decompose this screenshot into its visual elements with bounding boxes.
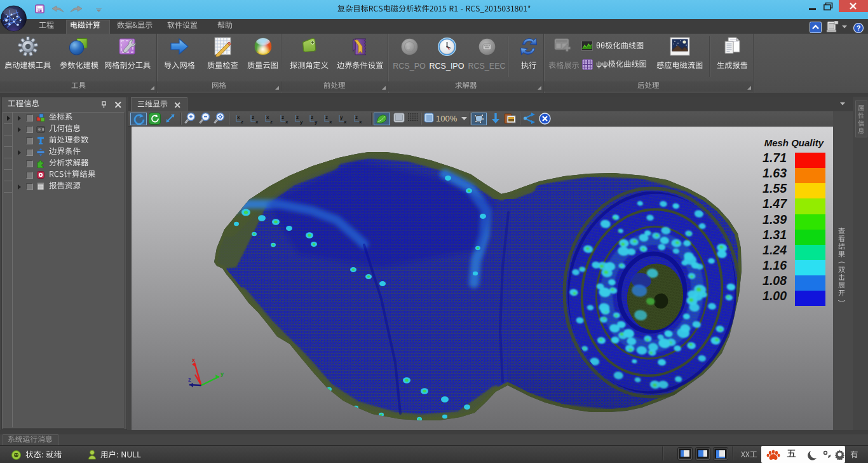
svg-text:y: y <box>340 114 343 120</box>
svg-text:z: z <box>252 114 254 120</box>
svg-text:x: x <box>285 119 288 125</box>
svg-text:z: z <box>311 114 313 120</box>
svg-text:x: x <box>255 119 259 125</box>
svg-text:z: z <box>325 114 328 120</box>
svg-text:z: z <box>270 119 273 125</box>
svg-text:x: x <box>237 114 240 120</box>
svg-text:y: y <box>315 119 318 125</box>
svg-text:z: z <box>281 114 284 120</box>
svg-text:x: x <box>359 119 362 125</box>
svg-text:z: z <box>188 377 191 383</box>
svg-text:x: x <box>344 119 347 125</box>
svg-text:z: z <box>355 114 358 120</box>
svg-text:x: x <box>329 119 332 125</box>
svg-text:z: z <box>241 119 243 125</box>
svg-text:?: ? <box>857 24 861 32</box>
svg-text:x: x <box>266 114 269 120</box>
svg-text:y: y <box>220 371 224 377</box>
svg-text:y: y <box>300 119 303 125</box>
svg-text:x: x <box>192 357 195 363</box>
svg-text:z: z <box>296 114 299 120</box>
